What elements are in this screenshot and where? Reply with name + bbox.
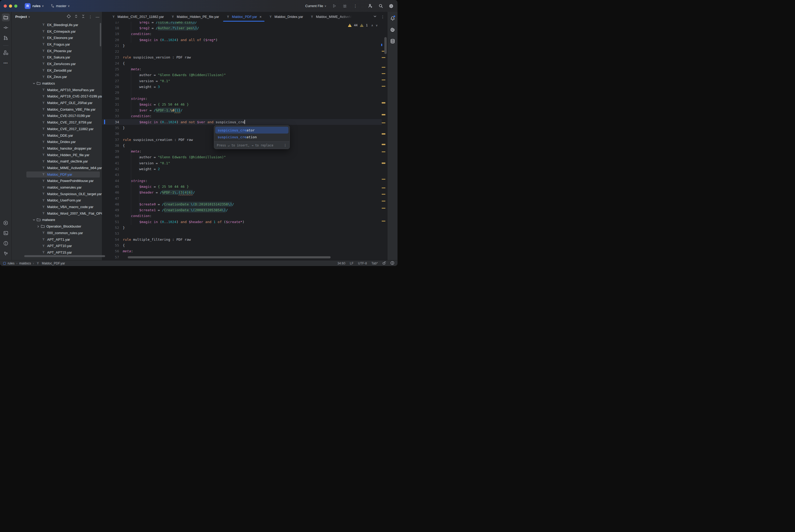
error-highlight-widget[interactable] xyxy=(391,261,394,266)
project-tool-button[interactable] xyxy=(2,14,10,21)
line-number[interactable]: 56 xyxy=(102,249,121,253)
code-line[interactable]: 32 $ver = /%PDF-1.\d{1}/ xyxy=(102,107,387,113)
next-problem-button[interactable]: ∨ xyxy=(376,24,378,27)
line-number[interactable]: 33 xyxy=(102,114,121,118)
tree-file-row[interactable]: YAPT_APT1.yar xyxy=(12,236,102,243)
database-button[interactable] xyxy=(389,38,396,44)
code-line[interactable]: 27 version = "0.1" xyxy=(102,78,387,84)
hidden-tabs-button[interactable] xyxy=(373,15,377,19)
zoom-button[interactable] xyxy=(14,4,17,8)
line-number[interactable]: 44 xyxy=(102,179,121,183)
line-number[interactable]: 54 xyxy=(102,238,121,242)
warning-stripe-mark[interactable] xyxy=(382,79,385,80)
services-tool-button[interactable] xyxy=(2,219,10,227)
inspections-widget[interactable]: 44 1 ∧ ∨ xyxy=(348,23,378,27)
tree-horizontal-scrollbar[interactable] xyxy=(24,255,105,257)
line-number[interactable]: 22 xyxy=(102,50,121,54)
line-number[interactable]: 32 xyxy=(102,108,121,112)
tree-file-row[interactable]: YMaldoc_UserForm.yar xyxy=(12,197,102,204)
debug-button[interactable] xyxy=(342,3,347,9)
hide-panel-button[interactable]: — xyxy=(96,15,99,19)
code-line[interactable]: 19 condition: xyxy=(102,31,387,37)
branch-switcher[interactable]: master ∨ xyxy=(51,4,70,8)
tree-file-row[interactable]: Ymaldoc_somerules.yar xyxy=(12,184,102,191)
tree-file-row[interactable]: YMaldoc_CVE_2017_11882.yar xyxy=(12,126,102,132)
warning-stripe-mark[interactable] xyxy=(382,73,385,74)
line-number[interactable]: 39 xyxy=(102,149,121,153)
line-number[interactable]: 51 xyxy=(102,220,121,224)
tree-file-row[interactable]: YMaldoc_Contains_VBE_File.yar xyxy=(12,106,102,113)
tree-vertical-scrollbar[interactable] xyxy=(100,23,101,46)
more-tools-button[interactable]: ••• xyxy=(2,59,10,67)
code-line[interactable]: 30 strings: xyxy=(102,96,387,101)
project-panel-title[interactable]: Project ∨ xyxy=(15,15,30,19)
warning-stripe-mark[interactable] xyxy=(382,194,385,195)
project-switcher[interactable]: rules ∨ xyxy=(32,4,44,8)
tree-file-row[interactable]: YEK_BleedingLife.yar xyxy=(12,22,102,28)
editor-tab[interactable]: YMaldoc_MIME_ActiveMi xyxy=(306,12,356,22)
terminal-tool-button[interactable] xyxy=(2,229,10,237)
code-line[interactable]: 17 $reg1 = /Title.?\(who cis\)/ xyxy=(102,22,387,25)
tree-file-row[interactable]: YMaldoc_MIME_ActiveMime_b64.yar xyxy=(12,165,102,171)
warning-stripe-mark[interactable] xyxy=(382,57,385,58)
breadcrumb-file[interactable]: Maldoc_PDF.yar xyxy=(42,262,65,265)
chevron-right-icon[interactable] xyxy=(36,225,40,228)
line-number[interactable]: 55 xyxy=(102,243,121,247)
code-line[interactable]: 22 xyxy=(102,49,387,54)
caret-stripe-mark[interactable] xyxy=(381,44,382,46)
notifications-button[interactable] xyxy=(389,15,396,22)
editor-tab[interactable]: YMaldoc_Dridex.yar xyxy=(265,12,306,22)
add-user-button[interactable] xyxy=(367,3,373,9)
warning-stripe-mark[interactable] xyxy=(382,188,385,188)
previous-problem-button[interactable]: ∧ xyxy=(371,24,373,27)
chevron-down-icon[interactable] xyxy=(32,218,36,221)
line-number[interactable]: 57 xyxy=(102,255,121,259)
editor-vertical-scrollbar[interactable] xyxy=(384,37,387,54)
line-number[interactable]: 41 xyxy=(102,161,121,165)
breadcrumb-project[interactable]: rules xyxy=(8,262,15,265)
warning-stripe-mark[interactable] xyxy=(382,163,385,164)
line-number[interactable]: 40 xyxy=(102,155,121,159)
code-line[interactable]: 29 xyxy=(102,90,387,96)
version-control-tool-button[interactable] xyxy=(2,250,10,258)
line-number[interactable]: 46 xyxy=(102,190,121,194)
line-number[interactable]: 48 xyxy=(102,202,121,206)
line-number[interactable]: 26 xyxy=(102,73,121,77)
line-number[interactable]: 35 xyxy=(102,126,121,130)
tree-file-row[interactable]: YAPT_APT10.yar xyxy=(12,243,102,249)
line-number[interactable]: 20 xyxy=(102,38,121,42)
code-line[interactable]: 34 $magic in (0..1024) and not $ver and … xyxy=(102,119,387,125)
tree-file-row[interactable]: YMaldoc_CVE-2017-0199.yar xyxy=(12,113,102,119)
code-line[interactable]: 23rule suspicious_version : PDF raw xyxy=(102,55,387,60)
expand-all-button[interactable] xyxy=(74,15,78,19)
tree-file-row[interactable]: YEK_Sakura.yar xyxy=(12,54,102,61)
line-number[interactable]: 19 xyxy=(102,32,121,36)
warning-stripe-mark[interactable] xyxy=(382,133,385,135)
editor-tab[interactable]: YMaldoc_Hidden_PE_file.yar xyxy=(167,12,222,22)
line-number[interactable]: 34 xyxy=(102,120,121,124)
warning-stripe-mark[interactable] xyxy=(382,67,385,68)
code-editor[interactable]: 17 $reg1 = /Title.?\(who cis\)/18 $reg2 … xyxy=(102,22,387,260)
warning-stripe-mark[interactable] xyxy=(382,201,385,202)
editor-tab[interactable]: YMaldoc_CVE_2017_11882.yar xyxy=(108,12,167,22)
pull-requests-tool-button[interactable] xyxy=(2,34,10,42)
line-number[interactable]: 36 xyxy=(102,132,121,136)
tree-file-row[interactable]: YMaldoc_CVE_2017_8759.yar xyxy=(12,119,102,126)
code-line[interactable]: 53 xyxy=(102,231,387,236)
tree-folder-row[interactable]: maldocs xyxy=(12,80,102,87)
tree-file-row[interactable]: YMaldoc_Hidden_PE_file.yar xyxy=(12,152,102,158)
code-line[interactable]: 52} xyxy=(102,225,387,230)
line-number[interactable]: 49 xyxy=(102,208,121,212)
tree-file-row[interactable]: YMaldoc_APT19_CVE-2017-0199.yar xyxy=(12,93,102,100)
code-line[interactable]: 28 weight = 3 xyxy=(102,84,387,90)
line-number[interactable]: 24 xyxy=(102,61,121,65)
code-line[interactable]: 48 $create0 = /CreationDate \(D:20101015… xyxy=(102,201,387,207)
run-configuration[interactable]: Current File ∨ xyxy=(305,4,326,8)
code-line[interactable]: 43 xyxy=(102,172,387,178)
warning-stripe-mark[interactable] xyxy=(382,102,385,103)
locate-file-button[interactable] xyxy=(67,14,71,19)
tree-file-row[interactable]: YMaldoc_DDE.yar xyxy=(12,132,102,139)
problems-tool-button[interactable] xyxy=(2,240,10,247)
line-number[interactable]: 53 xyxy=(102,231,121,235)
tree-file-row[interactable]: YEK_Eleonore.yar xyxy=(12,35,102,41)
